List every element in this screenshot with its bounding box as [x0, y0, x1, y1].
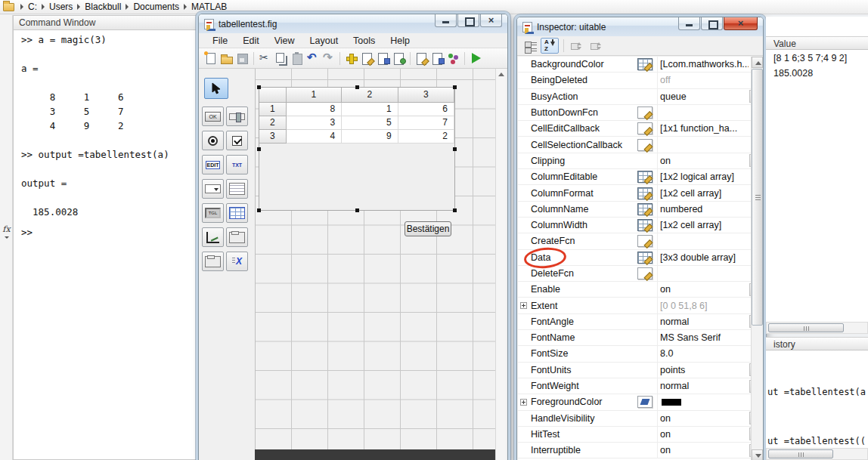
- menu-view[interactable]: View: [267, 35, 302, 47]
- property-value[interactable]: on: [657, 282, 749, 297]
- push-button-tool[interactable]: OK: [202, 107, 224, 126]
- menu-file[interactable]: File: [205, 35, 235, 47]
- toggle-button-tool[interactable]: TGL: [202, 203, 224, 223]
- close-button[interactable]: [480, 14, 502, 27]
- property-value[interactable]: queue: [657, 89, 749, 104]
- scroll-down-icon[interactable]: [752, 449, 763, 460]
- maximize-button[interactable]: [457, 14, 479, 27]
- scroll-up-icon[interactable]: [498, 73, 504, 76]
- property-value[interactable]: [3x3 double array]: [657, 250, 749, 265]
- inspector-titlebar[interactable]: Inspector: uitable: [517, 17, 763, 36]
- property-value[interactable]: normal: [657, 314, 749, 329]
- table-col-header[interactable]: 3: [398, 88, 454, 103]
- property-value[interactable]: on: [657, 411, 749, 426]
- property-value[interactable]: [Lcom.mathworks.h...: [657, 57, 749, 72]
- history-horizontal-scrollbar[interactable]: [766, 448, 868, 460]
- table-tool[interactable]: [226, 203, 248, 223]
- select-tool-button[interactable]: [204, 78, 228, 99]
- selection-handle[interactable]: [355, 85, 359, 89]
- selection-handle[interactable]: [257, 147, 261, 151]
- cut-icon[interactable]: [258, 51, 272, 65]
- grid-edit-icon[interactable]: [637, 219, 653, 231]
- property-value[interactable]: numbered: [657, 202, 749, 217]
- object-browser-icon[interactable]: [446, 51, 460, 65]
- folder-icon[interactable]: [3, 3, 14, 11]
- property-value[interactable]: [657, 233, 749, 249]
- callback-edit-icon[interactable]: [637, 107, 653, 119]
- menu-help[interactable]: Help: [383, 35, 417, 47]
- expand-icon[interactable]: [520, 302, 527, 309]
- listbox-tool[interactable]: [226, 179, 248, 199]
- undo-icon[interactable]: [305, 51, 320, 65]
- table-cell[interactable]: 6: [398, 103, 454, 116]
- table-cell[interactable]: 1: [342, 103, 398, 116]
- grid-edit-icon[interactable]: [637, 171, 653, 183]
- menu-editor-icon[interactable]: [360, 51, 374, 65]
- popup-menu-tool[interactable]: [202, 179, 224, 199]
- button-group-tool[interactable]: [202, 252, 224, 271]
- category-view-icon[interactable]: [521, 38, 539, 54]
- redo-icon[interactable]: [321, 51, 336, 65]
- callback-edit-icon[interactable]: [637, 235, 653, 247]
- expand-icon[interactable]: [520, 399, 527, 406]
- layout-canvas[interactable]: 1 2 3 1 8 1 6 2 3 5 7: [255, 69, 495, 449]
- table-cell[interactable]: 5: [342, 116, 398, 130]
- grid-edit-icon[interactable]: [637, 187, 653, 199]
- workspace-value-row[interactable]: 185.0028: [773, 68, 868, 83]
- activex-tool[interactable]: X: [226, 252, 248, 271]
- table-cell[interactable]: 9: [342, 130, 398, 144]
- breadcrumb-item-user[interactable]: Blackbull: [82, 2, 124, 12]
- figure-titlebar[interactable]: tabellentest.fig: [199, 14, 507, 33]
- uitable-component[interactable]: 1 2 3 1 8 1 6 2 3 5 7: [259, 87, 455, 211]
- open-file-icon[interactable]: [219, 51, 234, 65]
- slider-tool[interactable]: [226, 107, 248, 126]
- panel-tool[interactable]: [226, 227, 248, 247]
- fx-function-hints-button[interactable]: fx: [1, 224, 12, 236]
- property-value[interactable]: [1x2 cell array]: [657, 218, 749, 233]
- property-value[interactable]: [657, 105, 749, 120]
- property-value[interactable]: on: [657, 427, 749, 442]
- workspace-value-row[interactable]: [8 1 6;3 5 7;4 9 2]: [773, 53, 868, 68]
- history-item[interactable]: ut =tabellentest((: [767, 434, 868, 450]
- selection-handle[interactable]: [355, 208, 359, 212]
- grid-edit-icon[interactable]: [637, 58, 653, 70]
- breadcrumb-item-users[interactable]: Users: [46, 2, 76, 12]
- table-row-header[interactable]: 2: [259, 116, 287, 130]
- table-corner-cell[interactable]: [259, 88, 287, 103]
- scrollbar-thumb[interactable]: [768, 449, 833, 458]
- table-col-header[interactable]: 2: [342, 88, 398, 103]
- property-value[interactable]: [657, 266, 749, 281]
- expand-all-icon[interactable]: [567, 38, 585, 54]
- selection-handle[interactable]: [453, 147, 457, 151]
- callback-edit-icon[interactable]: [637, 139, 653, 151]
- maximize-button[interactable]: [701, 17, 723, 30]
- selection-handle[interactable]: [453, 208, 457, 212]
- axes-tool[interactable]: [202, 227, 224, 247]
- align-objects-icon[interactable]: [344, 51, 358, 65]
- property-value[interactable]: points: [657, 363, 749, 378]
- table-cell[interactable]: 4: [287, 130, 342, 144]
- color-picker-icon[interactable]: [637, 396, 653, 408]
- menu-edit[interactable]: Edit: [235, 35, 267, 47]
- checkbox-tool[interactable]: [226, 131, 248, 150]
- property-value[interactable]: normal: [657, 378, 749, 394]
- command-prompt[interactable]: >>: [21, 227, 33, 238]
- table-cell[interactable]: 8: [287, 103, 342, 116]
- workspace-horizontal-scrollbar[interactable]: [766, 322, 868, 334]
- menu-tools[interactable]: Tools: [346, 35, 383, 47]
- property-value[interactable]: [1x2 cell array]: [657, 185, 749, 200]
- breadcrumb-item-drive[interactable]: C:: [25, 2, 40, 12]
- property-value[interactable]: [1x2 logical array]: [657, 169, 749, 184]
- minimize-button[interactable]: [678, 17, 700, 30]
- paste-icon[interactable]: [290, 51, 304, 65]
- confirm-button[interactable]: Bestätigen: [405, 221, 451, 236]
- selection-handle[interactable]: [257, 85, 261, 89]
- table-col-header[interactable]: 1: [287, 88, 342, 103]
- new-file-icon[interactable]: [203, 51, 218, 65]
- property-value[interactable]: [657, 137, 749, 152]
- table-cell[interactable]: 7: [398, 116, 454, 130]
- selection-handle[interactable]: [453, 85, 457, 89]
- property-value[interactable]: MS Sans Serif: [657, 330, 749, 345]
- workspace-value-column-header[interactable]: Value: [766, 36, 868, 50]
- grid-edit-icon[interactable]: [637, 252, 653, 264]
